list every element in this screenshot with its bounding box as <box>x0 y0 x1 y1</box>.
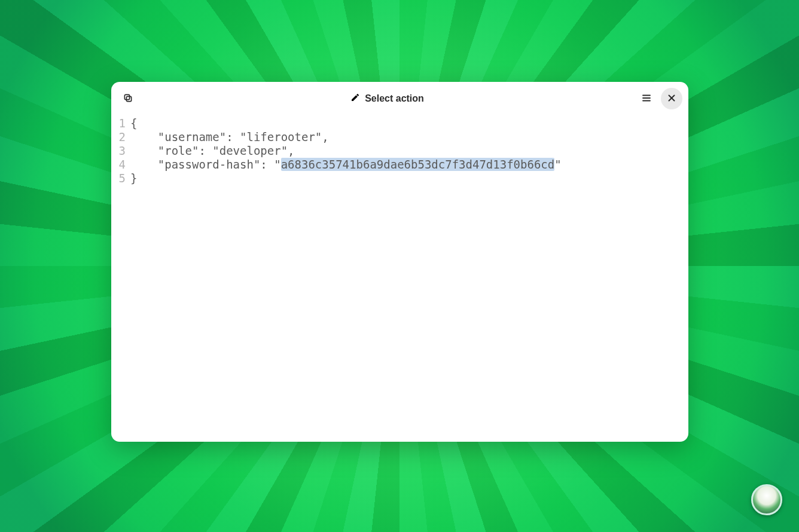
editor-area[interactable]: 1 { 2 "username": "liferooter", 3 "role"… <box>111 115 688 442</box>
code-text[interactable]: "password-hash": "a6836c35741b6a9dae6b53… <box>130 158 562 172</box>
line-number: 4 <box>111 158 130 172</box>
code-text[interactable]: "role": "developer", <box>130 144 295 158</box>
select-action-button[interactable]: Select action <box>139 93 636 105</box>
textpieces-window: Select action <box>111 82 688 442</box>
code-line: 3 "role": "developer", <box>111 144 688 158</box>
code-text[interactable]: { <box>130 117 137 130</box>
code-line: 2 "username": "liferooter", <box>111 130 688 144</box>
desktop-badge-icon[interactable] <box>751 484 782 515</box>
menu-button[interactable] <box>636 88 657 109</box>
svg-rect-0 <box>126 96 131 101</box>
hamburger-icon <box>641 93 652 105</box>
copy-button[interactable] <box>117 88 139 109</box>
close-button[interactable] <box>661 88 682 109</box>
close-icon <box>666 93 677 105</box>
line-number: 3 <box>111 144 130 158</box>
code-line: 4 "password-hash": "a6836c35741b6a9dae6b… <box>111 158 688 172</box>
svg-rect-1 <box>124 94 129 99</box>
window-title: Select action <box>365 93 424 104</box>
line-number: 2 <box>111 130 130 144</box>
window-titlebar: Select action <box>111 82 688 115</box>
code-text[interactable]: "username": "liferooter", <box>130 130 329 144</box>
code-line: 1 { <box>111 117 688 130</box>
code-text[interactable]: } <box>130 172 137 185</box>
line-number: 1 <box>111 117 130 130</box>
code-line: 5 } <box>111 172 688 185</box>
pencil-icon <box>350 93 360 105</box>
copy-icon <box>123 93 133 105</box>
code-block: 1 { 2 "username": "liferooter", 3 "role"… <box>111 115 688 185</box>
selected-text[interactable]: a6836c35741b6a9dae6b53dc7f3d47d13f0b66cd <box>281 158 555 171</box>
code-text-post: " <box>554 158 561 171</box>
code-text-pre: "password-hash": " <box>130 158 281 171</box>
line-number: 5 <box>111 172 130 185</box>
